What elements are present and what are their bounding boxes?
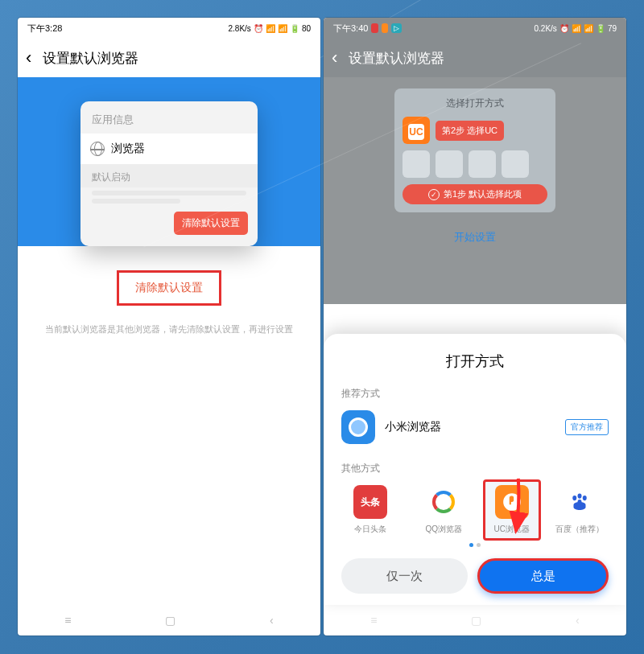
dot-active: [469, 543, 473, 547]
mi-browser-name: 小米浏览器: [385, 420, 555, 434]
battery-icon: 🔋: [596, 24, 605, 33]
svg-point-2: [583, 496, 587, 500]
step2-bubble: 第2步 选择UC: [436, 121, 504, 141]
status-bar: 下午3:40 ▷ 0.2K/s ⏰ 📶 📶 🔋 79: [324, 18, 626, 39]
browser-row: 浏览器: [80, 134, 258, 164]
option-toutiao[interactable]: 头条 今日头条: [341, 485, 399, 535]
placeholder-icon: [402, 150, 430, 178]
nav-back-icon[interactable]: ‹: [270, 614, 274, 627]
page-title: 设置默认浏览器: [43, 49, 138, 68]
guide-card: 选择打开方式 UC 第2步 选择UC ✓ 第1步 默认选择此项: [394, 88, 555, 212]
placeholder-icon: [469, 150, 496, 178]
clear-default-button[interactable]: 清除默认设置: [117, 270, 221, 306]
alarm-icon: ⏰: [559, 24, 569, 33]
uc-icon: UC: [402, 117, 430, 144]
app-header: ‹ 设置默认浏览器: [324, 39, 626, 77]
sheet-title: 打开方式: [341, 352, 609, 371]
guide-row-1: UC 第2步 选择UC: [402, 117, 547, 144]
battery-icon: 🔋: [290, 24, 299, 33]
nav-bar: ≡ ▢ ‹: [324, 605, 626, 635]
step1-bubble: ✓ 第1步 默认选择此项: [402, 184, 547, 204]
nav-recents-icon[interactable]: ≡: [370, 614, 377, 627]
placeholder-line: [92, 199, 180, 204]
hint-text: 当前默认浏览器是其他浏览器，请先清除默认设置，再进行设置: [45, 323, 293, 335]
wifi-icon: 📶: [278, 24, 287, 33]
app-badge-icon: [371, 23, 378, 33]
svg-point-1: [577, 493, 581, 498]
page-dots: [341, 543, 609, 547]
status-right: 0.2K/s ⏰ 📶 📶 🔋 79: [535, 24, 617, 33]
back-icon[interactable]: ‹: [26, 47, 31, 68]
signal-icon: 📶: [266, 24, 275, 33]
phone-left: 下午3:28 2.8K/s ⏰ 📶 📶 🔋 80 ‹ 设置默认浏览器 应用信息 …: [18, 18, 320, 635]
nav-recents-icon[interactable]: ≡: [64, 614, 71, 627]
baidu-icon: [563, 485, 597, 519]
recommend-option[interactable]: 小米浏览器 官方推荐: [341, 410, 609, 444]
wifi-icon: 📶: [584, 24, 593, 33]
default-launch-label: 默认启动: [80, 164, 258, 187]
nav-bar: ≡ ▢ ‹: [18, 605, 320, 635]
app-header: ‹ 设置默认浏览器: [18, 39, 320, 77]
open-with-sheet: 打开方式 推荐方式 小米浏览器 官方推荐 其他方式 头条 今日头条 QQ浏览器 …: [324, 334, 626, 605]
guide-area: 选择打开方式 UC 第2步 选择UC ✓ 第1步 默认选择此项 开始设置: [324, 77, 626, 304]
just-once-button[interactable]: 仅一次: [341, 558, 468, 594]
phone-right: 下午3:40 ▷ 0.2K/s ⏰ 📶 📶 🔋 79 ‹ 设置默认浏览器 选择打…: [324, 18, 626, 635]
alarm-icon: ⏰: [254, 24, 263, 33]
globe-icon: [90, 142, 105, 156]
status-time: 下午3:40: [333, 23, 368, 35]
svg-point-0: [572, 496, 576, 500]
recommend-label: 推荐方式: [341, 387, 609, 401]
other-label: 其他方式: [341, 462, 609, 475]
placeholder-icon: [502, 150, 529, 178]
status-bar: 下午3:28 2.8K/s ⏰ 📶 📶 🔋 80: [18, 18, 320, 39]
dot: [477, 543, 481, 547]
option-baidu[interactable]: 百度（推荐）: [551, 485, 609, 535]
option-qq[interactable]: QQ浏览器: [415, 485, 473, 535]
check-icon: ✓: [428, 189, 440, 200]
start-setup-link[interactable]: 开始设置: [454, 230, 496, 245]
guide-title: 选择打开方式: [402, 97, 547, 110]
card-heading: 应用信息: [80, 111, 258, 134]
nav-home-icon[interactable]: ▢: [471, 614, 481, 627]
nav-back-icon[interactable]: ‹: [576, 614, 580, 627]
app-badge-icon: ▷: [391, 23, 402, 33]
nav-home-icon[interactable]: ▢: [165, 614, 175, 627]
clear-chip: 清除默认设置: [174, 212, 248, 235]
status-time: 下午3:28: [27, 23, 62, 35]
official-badge: 官方推荐: [565, 419, 609, 435]
placeholder-line: [92, 191, 246, 195]
qq-icon: [427, 485, 460, 519]
toutiao-icon: 头条: [353, 485, 387, 519]
button-row: 仅一次 总是: [341, 558, 609, 594]
status-right: 2.8K/s ⏰ 📶 📶 🔋 80: [229, 24, 311, 33]
action-section: 清除默认设置 当前默认浏览器是其他浏览器，请先清除默认设置，再进行设置: [18, 246, 320, 605]
back-icon[interactable]: ‹: [332, 47, 337, 68]
guide-row-2: [402, 150, 547, 178]
page-title: 设置默认浏览器: [349, 49, 444, 68]
options-grid: 头条 今日头条 QQ浏览器 UC浏览器 百度（推荐）: [341, 485, 609, 535]
app-badge-icon: [382, 23, 389, 33]
illustration-area: 应用信息 浏览器 默认启动 清除默认设置: [18, 77, 320, 246]
placeholder-icon: [436, 150, 463, 178]
mi-browser-icon: [341, 410, 375, 444]
always-button[interactable]: 总是: [477, 558, 609, 594]
signal-icon: 📶: [572, 24, 581, 33]
app-info-card: 应用信息 浏览器 默认启动 清除默认设置: [80, 101, 258, 246]
